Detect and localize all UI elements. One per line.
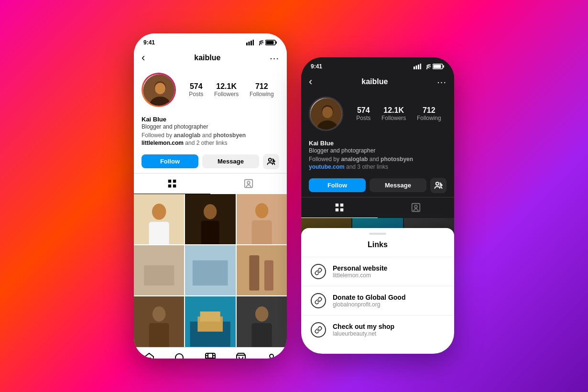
signal-icon-dark — [414, 64, 421, 69]
profile-nav-icon[interactable] — [266, 352, 277, 359]
photo-grid-light — [134, 194, 287, 347]
more-button-dark[interactable]: ··· — [437, 76, 446, 87]
link-url-1: globalnonprofit.org — [333, 301, 405, 308]
svg-rect-22 — [149, 222, 169, 244]
svg-rect-58 — [443, 65, 444, 68]
stat-following-light[interactable]: 712 Following — [250, 82, 274, 98]
tab-bar-light — [134, 173, 287, 194]
tab-grid-dark[interactable] — [301, 197, 378, 218]
search-nav-icon[interactable] — [174, 352, 185, 359]
link-url-0: littlelemon.com — [333, 272, 387, 279]
svg-rect-33 — [237, 245, 287, 295]
stats-row-dark: 574 Posts 12.1K Followers 712 Following — [351, 106, 446, 121]
wifi-icon — [256, 40, 263, 45]
profile-header-dark: 574 Posts 12.1K Followers 712 Following — [301, 92, 454, 136]
status-icons-dark — [414, 64, 445, 69]
action-buttons-dark: Follow Message — [301, 174, 454, 197]
profile-row-light: 574 Posts 12.1K Followers 712 Following — [142, 73, 279, 107]
tab-tagged-light[interactable] — [210, 174, 287, 194]
svg-rect-51 — [414, 66, 415, 69]
svg-point-50 — [270, 354, 273, 358]
stat-followers-light[interactable]: 12.1K Followers — [214, 82, 239, 98]
username-dark: kaiblue — [361, 77, 388, 86]
bio-name-light: Kai Blue — [142, 116, 279, 123]
grid-photo-1[interactable] — [134, 194, 184, 244]
link-icon-1 — [311, 293, 326, 308]
svg-rect-15 — [173, 180, 176, 183]
more-button-light[interactable]: ··· — [270, 53, 279, 64]
add-person-button-light[interactable] — [263, 154, 279, 169]
svg-rect-57 — [434, 65, 441, 68]
svg-rect-6 — [266, 41, 274, 44]
svg-rect-25 — [201, 221, 219, 245]
stat-followers-dark[interactable]: 12.1K Followers — [381, 106, 406, 121]
bio-name-dark: Kai Blue — [309, 140, 446, 147]
avatar-dark[interactable] — [309, 97, 343, 131]
bio-description-dark: Blogger and photographer — [309, 147, 446, 155]
bio-section-light: Kai Blue Blogger and photographer Follow… — [134, 112, 287, 150]
svg-point-19 — [247, 182, 250, 185]
bio-link-dark[interactable]: youtube.com and 3 other links — [309, 163, 446, 170]
bio-followed-dark: Followed by analoglab and photosbyen — [309, 156, 446, 163]
svg-rect-42 — [200, 312, 220, 322]
svg-rect-67 — [336, 208, 338, 211]
nav-bar-light: ‹ kaiblue ··· — [134, 49, 287, 68]
svg-rect-68 — [340, 208, 343, 211]
tab-grid-light[interactable] — [134, 174, 210, 194]
stat-posts-light[interactable]: 574 Posts — [189, 82, 203, 98]
link-item-0[interactable]: Personal website littlelemon.com — [301, 257, 454, 286]
shop-nav-icon[interactable] — [235, 352, 247, 359]
back-button-light[interactable]: ‹ — [142, 52, 145, 64]
grid-photo-8[interactable] — [185, 296, 235, 347]
svg-rect-34 — [249, 255, 259, 291]
link-url-2: lalueurbeauty.net — [333, 330, 394, 337]
follow-button-dark[interactable]: Follow — [309, 178, 366, 192]
profile-header-light: 574 Posts 12.1K Followers 712 Following — [134, 68, 287, 112]
message-button-light[interactable]: Message — [202, 154, 259, 168]
phone-dark: 9:41 ‹ kaiblue ··· — [301, 57, 454, 354]
grid-photo-5[interactable] — [185, 245, 235, 295]
grid-photo-2[interactable] — [185, 194, 235, 244]
svg-rect-32 — [193, 261, 228, 286]
message-button-dark[interactable]: Message — [370, 178, 426, 192]
reels-nav-icon[interactable] — [205, 352, 216, 359]
link-icon-0 — [311, 264, 326, 279]
link-title-0: Personal website — [333, 264, 387, 272]
stat-following-dark[interactable]: 712 Following — [417, 106, 441, 121]
tab-tagged-dark[interactable] — [378, 197, 454, 218]
signal-icon — [246, 40, 254, 45]
link-item-1[interactable]: Donate to Global Good globalnonprofit.or… — [301, 286, 454, 315]
bio-followed-light: Followed by analoglab and photosbyen — [142, 132, 279, 139]
link-content-0: Personal website littlelemon.com — [333, 264, 387, 279]
follow-button-light[interactable]: Follow — [142, 154, 198, 168]
battery-icon-dark — [433, 64, 445, 69]
phone-light: 9:41 ‹ kaiblue ··· — [134, 33, 287, 359]
username-light: kaiblue — [194, 54, 220, 62]
grid-photo-3[interactable] — [237, 194, 287, 244]
grid-photo-6[interactable] — [237, 245, 287, 295]
avatar-light[interactable] — [142, 73, 176, 107]
sheet-handle — [369, 233, 386, 235]
back-button-dark[interactable]: ‹ — [309, 76, 312, 88]
time-light: 9:41 — [143, 39, 155, 46]
grid-photo-7[interactable] — [134, 296, 184, 347]
tab-bar-dark — [301, 197, 454, 218]
stat-posts-dark[interactable]: 574 Posts — [356, 106, 370, 121]
links-sheet: Links Personal website littlelemon.com — [301, 228, 454, 354]
svg-point-37 — [152, 307, 165, 322]
svg-rect-65 — [336, 204, 338, 207]
svg-point-70 — [414, 206, 417, 208]
svg-rect-54 — [420, 64, 422, 69]
grid-photo-4[interactable] — [134, 245, 184, 295]
svg-point-4 — [259, 44, 260, 45]
add-person-button-dark[interactable] — [430, 178, 446, 193]
nav-bar-dark: ‹ kaiblue ··· — [301, 73, 454, 92]
bio-description-light: Blogger and photographer — [142, 123, 279, 131]
grid-photo-9[interactable] — [237, 296, 287, 347]
svg-rect-28 — [251, 220, 272, 245]
home-nav-icon[interactable] — [143, 352, 155, 359]
svg-point-62 — [322, 107, 333, 118]
bio-link-light[interactable]: littlelemon.com and 2 other links — [142, 140, 279, 146]
link-item-2[interactable]: Check out my shop lalueurbeauty.net — [301, 315, 454, 344]
status-icons-light — [246, 40, 277, 45]
